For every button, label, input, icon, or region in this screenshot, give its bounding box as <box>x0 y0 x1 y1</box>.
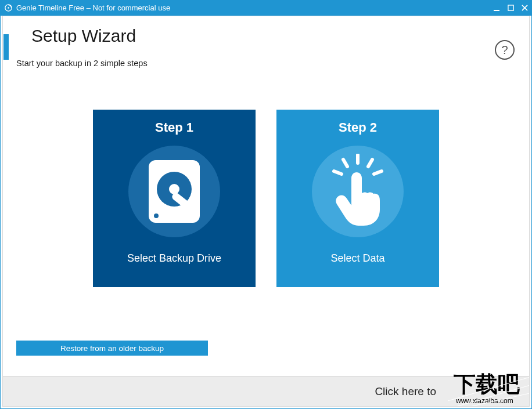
titlebar: Genie Timeline Free – Not for commercial… <box>0 0 532 16</box>
step-2-card[interactable]: Step 2 Select Data <box>276 110 439 287</box>
svg-rect-3 <box>508 5 513 10</box>
step-2-title: Step 2 <box>339 120 377 135</box>
step-1-title: Step 1 <box>155 120 193 135</box>
maximize-button[interactable] <box>506 4 515 12</box>
footer-hint-text[interactable]: Click here to <box>375 385 436 398</box>
svg-line-10 <box>343 160 347 167</box>
header-accent-bar <box>3 34 9 60</box>
select-hand-icon <box>312 146 404 237</box>
step-2-label: Select Data <box>330 252 384 265</box>
page-title: Setup Wizard <box>31 26 532 46</box>
help-button[interactable]: ? <box>495 40 515 60</box>
step-1-card[interactable]: Step 1 Select Backup Drive <box>93 110 256 287</box>
svg-line-11 <box>368 160 372 167</box>
close-button[interactable] <box>520 4 529 12</box>
restore-from-older-backup-button[interactable]: Restore from an older backup <box>16 341 208 356</box>
minimize-button[interactable] <box>493 4 501 12</box>
svg-point-1 <box>8 7 9 9</box>
app-logo-icon <box>3 3 13 13</box>
svg-point-8 <box>154 213 159 218</box>
svg-line-12 <box>334 171 342 174</box>
svg-line-13 <box>374 171 382 174</box>
window-controls <box>493 4 529 12</box>
content-area: Setup Wizard Start your backup in 2 simp… <box>0 16 532 375</box>
svg-rect-2 <box>494 10 499 11</box>
svg-point-6 <box>169 184 179 194</box>
step-1-label: Select Backup Drive <box>127 252 221 265</box>
drive-icon <box>128 146 220 237</box>
steps-container: Step 1 Select Backup Drive Step 2 <box>0 110 532 287</box>
footer-bar: Click here to <box>3 376 529 406</box>
page-subtitle: Start your backup in 2 simple steps <box>16 59 532 68</box>
window-title: Genie Timeline Free – Not for commercial… <box>16 3 493 12</box>
